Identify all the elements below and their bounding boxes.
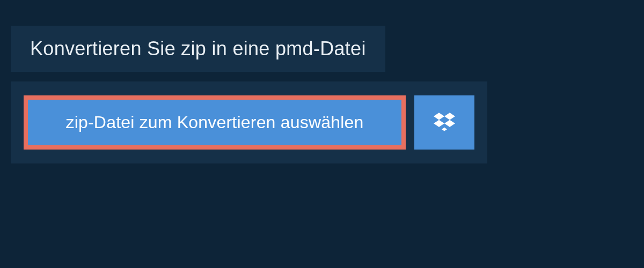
page-title: Konvertieren Sie zip in eine pmd-Datei [30,38,366,60]
header-bar: Konvertieren Sie zip in eine pmd-Datei [11,26,385,72]
select-file-label: zip-Datei zum Konvertieren auswählen [65,113,363,132]
action-panel: zip-Datei zum Konvertieren auswählen [11,81,487,163]
dropbox-icon [434,111,455,135]
select-file-button[interactable]: zip-Datei zum Konvertieren auswählen [24,95,406,150]
dropbox-button[interactable] [414,95,474,150]
